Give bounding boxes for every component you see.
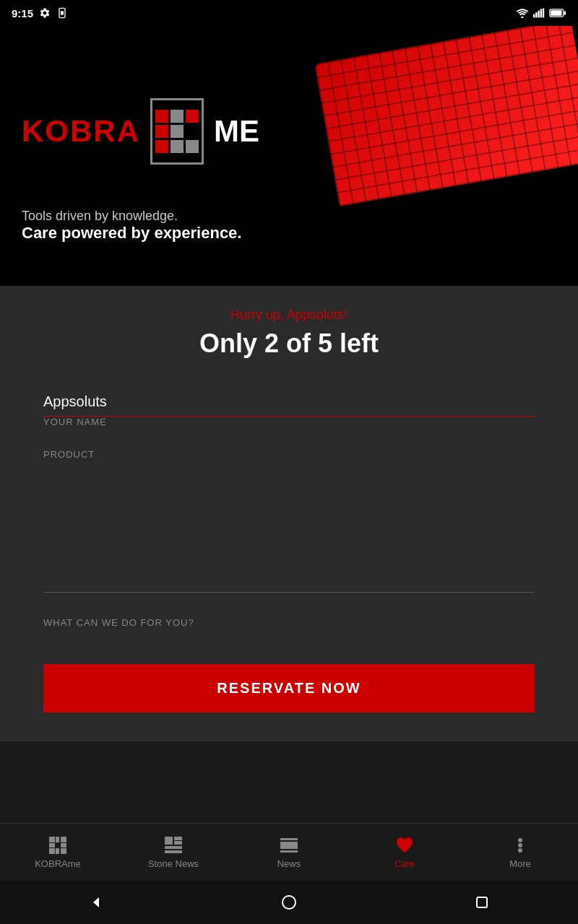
svg-rect-20 [174,837,182,840]
svg-point-2 [522,17,524,19]
hurry-text: Hurry up, Appsoluts! [43,308,535,323]
tagline-2: Care powered by experience. [22,224,241,243]
svg-rect-5 [538,11,539,18]
nav-item-more[interactable]: More [462,824,578,881]
news-icon [279,835,299,855]
svg-rect-7 [543,9,544,18]
svg-rect-14 [49,843,55,847]
svg-rect-25 [280,842,298,849]
svg-rect-21 [174,841,182,845]
svg-rect-26 [280,850,298,853]
m-block-gray [171,110,184,123]
svg-rect-3 [533,14,535,18]
name-label: YOUR NAME [43,417,535,427]
bottom-nav: KOBRAme Stone News News [0,823,578,881]
me-brand: ME [214,114,259,149]
m-block-red [186,110,199,123]
svg-rect-1 [61,11,64,14]
nav-item-news[interactable]: News [231,824,347,881]
message-field-group: WHAT CAN WE DO FOR YOU? [43,617,535,628]
tagline-1: Tools driven by knowledge. [22,209,241,224]
m-block-gray [186,140,199,153]
home-button[interactable] [276,889,302,915]
svg-rect-23 [165,850,182,853]
system-nav [0,881,578,924]
brand-logo: KOBRA ME [22,98,259,165]
svg-point-27 [518,838,522,842]
recent-button[interactable] [469,889,495,915]
svg-rect-9 [551,10,561,16]
stone-news-icon [163,835,184,855]
svg-rect-4 [535,12,537,17]
svg-point-31 [282,896,296,909]
product-input[interactable] [43,463,535,593]
svg-rect-12 [56,837,59,842]
m-block-empty [186,125,199,138]
name-input[interactable] [43,388,535,417]
wifi-icon [516,8,529,18]
product-field-group: PRODUCT [43,449,535,596]
nav-item-care[interactable]: Care [347,824,462,881]
svg-rect-22 [165,846,182,849]
nav-item-kobrame[interactable]: KOBRAme [0,824,116,881]
sim-icon [56,7,68,19]
svg-rect-15 [61,843,66,847]
product-image [314,26,578,206]
availability-text: Only 2 of 5 left [43,328,535,359]
hero-section: KOBRA ME Tools drive [0,26,578,286]
name-field-group: YOUR NAME [43,388,535,427]
svg-marker-30 [93,897,99,907]
m-block-red [155,140,168,153]
nav-label-more: More [509,858,531,869]
svg-rect-16 [49,848,55,854]
status-right [516,8,566,18]
nav-label-care: Care [394,858,415,869]
m-block-red [155,110,168,123]
svg-rect-18 [61,848,66,854]
battery-icon [549,8,566,18]
status-left: 9:15 [12,7,68,19]
svg-rect-19 [165,837,173,845]
svg-rect-13 [61,837,66,842]
care-icon [394,835,415,855]
svg-rect-32 [477,897,487,907]
m-block-gray [171,125,184,138]
svg-rect-10 [564,11,566,14]
kobra-brand: KOBRA [22,114,140,149]
status-time: 9:15 [12,7,33,19]
svg-point-28 [518,843,522,847]
m-block-red [155,125,168,138]
more-icon [510,835,530,855]
nav-label-kobrame: KOBRAme [35,858,81,869]
message-label: WHAT CAN WE DO FOR YOU? [43,617,535,628]
svg-rect-11 [49,837,55,842]
svg-rect-24 [280,838,298,840]
hero-tagline: Tools driven by knowledge. Care powered … [22,209,241,243]
status-bar: 9:15 [0,0,578,26]
signal-icon [533,8,545,18]
reservation-form-section: Hurry up, Appsoluts! Only 2 of 5 left YO… [0,286,578,741]
m-block-gray [171,140,184,153]
product-label: PRODUCT [43,449,535,460]
nav-label-news: News [277,858,301,869]
svg-rect-17 [56,848,59,854]
svg-rect-6 [540,9,542,17]
svg-point-29 [518,848,522,853]
back-button[interactable] [83,889,109,915]
reserve-button[interactable]: RESERVATE NOW [43,664,535,712]
kobrame-icon [48,835,68,855]
nav-item-stone-news[interactable]: Stone News [116,824,231,881]
nav-label-stone-news: Stone News [148,858,199,869]
settings-icon [39,7,51,19]
